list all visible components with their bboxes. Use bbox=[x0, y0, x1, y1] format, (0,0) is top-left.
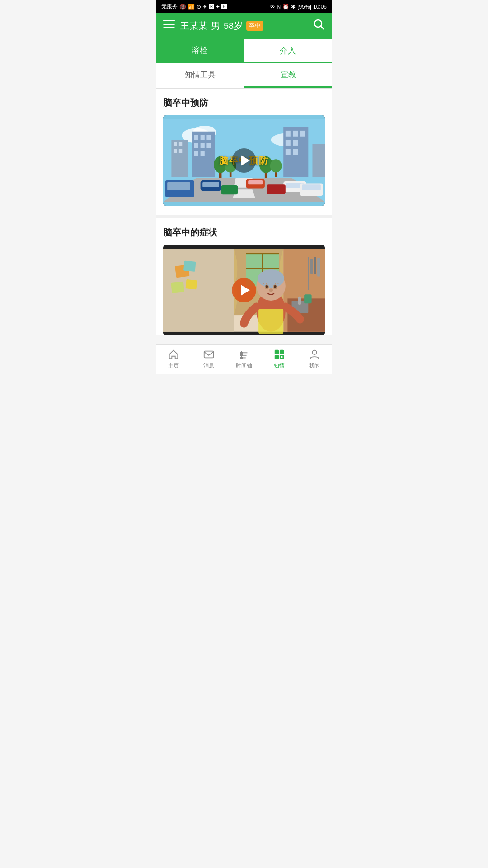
svg-point-89 bbox=[241, 352, 243, 354]
user-info: 王某某 男 58岁 卒中 bbox=[180, 20, 263, 32]
svg-rect-13 bbox=[179, 149, 182, 153]
svg-rect-60 bbox=[185, 279, 197, 290]
sim-icon: 📵 bbox=[179, 4, 186, 10]
nav-label-home: 主页 bbox=[168, 362, 179, 370]
svg-rect-30 bbox=[293, 149, 298, 155]
knowledge-icon bbox=[273, 349, 285, 360]
svg-rect-22 bbox=[201, 151, 205, 156]
menu-icon[interactable] bbox=[163, 20, 175, 32]
video-thumbnail-2 bbox=[163, 245, 325, 335]
svg-rect-74 bbox=[304, 294, 312, 303]
svg-rect-96 bbox=[281, 356, 283, 358]
svg-rect-28 bbox=[293, 140, 298, 146]
bluetooth-icon: ✱ bbox=[291, 4, 296, 10]
nav-item-profile[interactable]: 我的 bbox=[297, 349, 332, 370]
svg-rect-52 bbox=[167, 182, 190, 190]
app-icons: ⊙ ✈ 🅱 ✦ 🅿 bbox=[197, 4, 227, 10]
bottom-navigation: 主页 消息 时间轴 知情 bbox=[156, 344, 332, 374]
svg-point-81 bbox=[274, 285, 277, 288]
svg-rect-73 bbox=[317, 258, 320, 276]
svg-rect-16 bbox=[201, 135, 205, 140]
video-card-prevention[interactable]: 脑卒中预防 bbox=[163, 115, 325, 206]
svg-rect-24 bbox=[286, 131, 291, 137]
alarm-icon: ⏰ bbox=[282, 4, 289, 10]
eye-icon: 👁 bbox=[270, 4, 275, 10]
play-button-2[interactable] bbox=[232, 278, 256, 302]
nav-label-profile: 我的 bbox=[309, 362, 320, 370]
nav-item-knowledge[interactable]: 知情 bbox=[262, 349, 297, 370]
svg-point-80 bbox=[266, 285, 268, 288]
app-header: 王某某 男 58岁 卒中 bbox=[156, 13, 332, 38]
svg-rect-83 bbox=[258, 309, 283, 334]
svg-rect-93 bbox=[280, 350, 284, 354]
svg-rect-46 bbox=[248, 180, 263, 184]
nav-label-knowledge: 知情 bbox=[274, 362, 285, 370]
svg-rect-29 bbox=[286, 149, 291, 155]
svg-point-3 bbox=[314, 20, 322, 27]
svg-rect-84 bbox=[204, 351, 213, 358]
svg-rect-25 bbox=[293, 131, 298, 137]
battery-icon: [95%] bbox=[297, 4, 311, 10]
svg-rect-18 bbox=[194, 143, 198, 148]
svg-line-4 bbox=[321, 26, 324, 29]
section-title-symptoms: 脑卒中的症状 bbox=[163, 226, 325, 239]
home-icon bbox=[168, 349, 179, 360]
nav-label-timeline: 时间轴 bbox=[236, 362, 252, 370]
wifi-icon: 📶 bbox=[188, 4, 195, 10]
section-title-prevention: 脑卒中预防 bbox=[163, 97, 325, 109]
message-icon bbox=[203, 349, 215, 360]
user-badge: 卒中 bbox=[246, 21, 263, 31]
user-age: 58岁 bbox=[224, 20, 243, 32]
svg-rect-49 bbox=[221, 185, 238, 194]
video-thumbnail-1: 脑卒中预防 bbox=[163, 115, 325, 206]
video-card-symptoms[interactable] bbox=[163, 245, 325, 335]
svg-rect-54 bbox=[302, 184, 321, 190]
svg-point-77 bbox=[258, 269, 284, 288]
svg-rect-44 bbox=[202, 182, 219, 187]
main-tab-bar: 溶栓 介入 bbox=[156, 38, 332, 63]
svg-point-90 bbox=[241, 354, 243, 356]
svg-point-97 bbox=[312, 350, 316, 354]
svg-point-82 bbox=[269, 288, 273, 292]
nav-item-home[interactable]: 主页 bbox=[156, 349, 191, 370]
section-divider-1 bbox=[156, 215, 332, 218]
nfc-icon: N bbox=[277, 4, 281, 10]
svg-rect-19 bbox=[201, 143, 205, 148]
user-name: 王某某 bbox=[180, 20, 207, 32]
svg-rect-31 bbox=[312, 144, 325, 177]
section-symptoms: 脑卒中的症状 bbox=[156, 218, 332, 335]
content-area: 脑卒中预防 bbox=[156, 89, 332, 335]
nav-item-timeline[interactable]: 时间轴 bbox=[226, 349, 262, 370]
timeline-icon bbox=[238, 349, 250, 360]
svg-rect-21 bbox=[194, 151, 198, 156]
header-left: 王某某 男 58岁 卒中 bbox=[163, 20, 263, 32]
svg-rect-92 bbox=[275, 350, 279, 354]
svg-point-39 bbox=[270, 159, 282, 172]
svg-rect-50 bbox=[267, 184, 285, 194]
section-prevention: 脑卒中预防 bbox=[156, 89, 332, 206]
search-icon[interactable] bbox=[313, 19, 325, 33]
status-bar: 无服务 📵 📶 ⊙ ✈ 🅱 ✦ 🅿 👁 N ⏰ ✱ [95%] 10:06 bbox=[156, 0, 332, 13]
tab-rongshuan[interactable]: 溶栓 bbox=[156, 38, 244, 63]
no-service-text: 无服务 bbox=[161, 3, 178, 10]
nav-label-message: 消息 bbox=[203, 362, 214, 370]
svg-rect-59 bbox=[171, 281, 184, 293]
svg-rect-20 bbox=[206, 143, 211, 148]
svg-rect-72 bbox=[314, 257, 316, 274]
svg-rect-15 bbox=[194, 135, 198, 140]
svg-rect-1 bbox=[163, 24, 175, 25]
tab-zhiqing[interactable]: 知情工具 bbox=[156, 63, 244, 88]
tab-jieru[interactable]: 介入 bbox=[244, 38, 332, 63]
svg-rect-17 bbox=[206, 135, 211, 140]
status-right: 👁 N ⏰ ✱ [95%] 10:06 bbox=[270, 4, 327, 10]
status-left: 无服务 📵 📶 ⊙ ✈ 🅱 ✦ 🅿 bbox=[161, 3, 227, 10]
svg-rect-26 bbox=[300, 131, 305, 137]
nav-item-message[interactable]: 消息 bbox=[191, 349, 226, 370]
time-display: 10:06 bbox=[313, 4, 327, 10]
play-button-1[interactable] bbox=[232, 148, 256, 173]
svg-point-91 bbox=[241, 357, 243, 359]
user-gender: 男 bbox=[211, 20, 220, 32]
tab-xuanjiao[interactable]: 宣教 bbox=[244, 63, 332, 88]
svg-rect-71 bbox=[310, 259, 313, 274]
svg-rect-10 bbox=[174, 142, 177, 146]
